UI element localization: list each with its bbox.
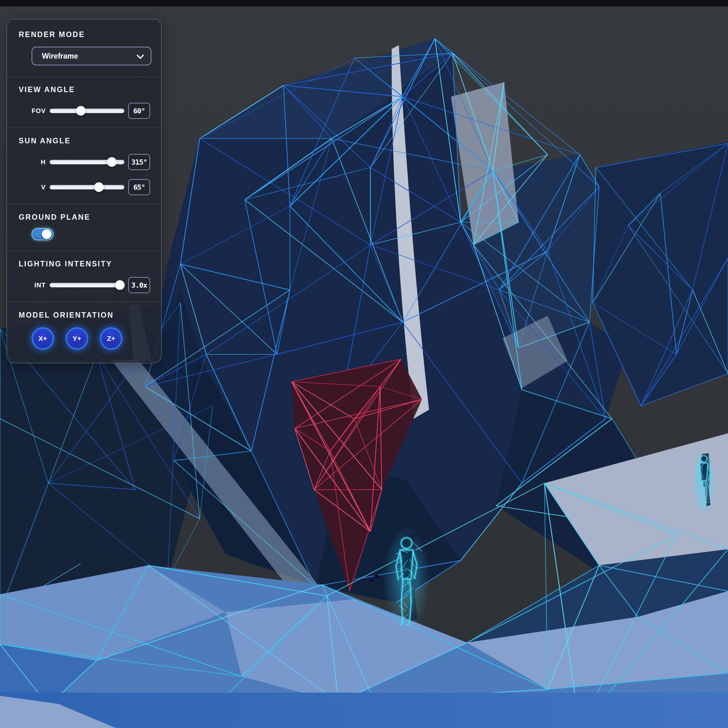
intensity-label: INT (19, 281, 46, 289)
intensity-value: 3.0x (128, 277, 150, 293)
sun-h-label: H (19, 159, 46, 166)
fov-label: FOV (19, 107, 46, 115)
toggle-knob (42, 229, 52, 239)
ground-plane-section: GROUND PLANE (7, 204, 161, 251)
lighting-section: LIGHTING INTENSITY INT 3.0x (7, 251, 161, 302)
orientation-label: MODEL ORIENTATION (19, 311, 150, 320)
fov-row: FOV 60° (19, 102, 150, 119)
sun-angle-section: SUN ANGLE H 315° V 65° (7, 128, 161, 204)
control-panel: RENDER MODE Wireframe VIEW ANGLE FOV 60°… (6, 19, 162, 363)
scale-figure-main (383, 526, 430, 634)
sun-v-slider-thumb[interactable] (94, 182, 104, 192)
top-bar (0, 0, 728, 6)
chevron-down-icon (136, 51, 144, 59)
water-band (0, 693, 728, 728)
sun-v-row: V 65° (19, 179, 150, 196)
sun-v-label: V (19, 184, 46, 191)
scale-figure-far (690, 448, 718, 514)
sun-v-slider[interactable] (50, 185, 124, 190)
rotate-x-button[interactable]: X+ (32, 327, 54, 350)
pebble (374, 575, 379, 578)
fov-slider-thumb[interactable] (76, 106, 86, 116)
fov-slider[interactable] (50, 109, 124, 113)
ground-plane-toggle[interactable] (32, 228, 54, 240)
view-angle-section: VIEW ANGLE FOV 60° (7, 76, 161, 128)
sun-v-value: 65° (128, 179, 150, 195)
render-mode-select[interactable]: Wireframe (32, 47, 151, 66)
intensity-slider-thumb[interactable] (115, 280, 125, 290)
intensity-slider[interactable] (50, 283, 124, 288)
render-mode-section: RENDER MODE Wireframe (7, 19, 161, 76)
orientation-section: MODEL ORIENTATION X+ Y+ Z+ (7, 302, 161, 363)
sun-h-value: 315° (128, 154, 150, 170)
intensity-row: INT 3.0x (19, 277, 150, 294)
rotate-z-button[interactable]: Z+ (100, 327, 122, 350)
sun-h-row: H 315° (19, 154, 150, 170)
sun-h-slider[interactable] (50, 160, 124, 164)
orientation-buttons: X+ Y+ Z+ (32, 327, 150, 350)
rotate-y-button[interactable]: Y+ (66, 327, 88, 350)
view-angle-label: VIEW ANGLE (19, 86, 150, 94)
pebble (370, 579, 374, 582)
render-mode-label: RENDER MODE (19, 30, 150, 39)
sun-h-slider-thumb[interactable] (107, 157, 116, 167)
sun-angle-label: SUN ANGLE (19, 136, 150, 145)
fov-value: 60° (128, 103, 150, 119)
lighting-label: LIGHTING INTENSITY (19, 260, 150, 268)
ground-plane-label: GROUND PLANE (19, 213, 150, 222)
render-mode-value: Wireframe (42, 52, 78, 61)
